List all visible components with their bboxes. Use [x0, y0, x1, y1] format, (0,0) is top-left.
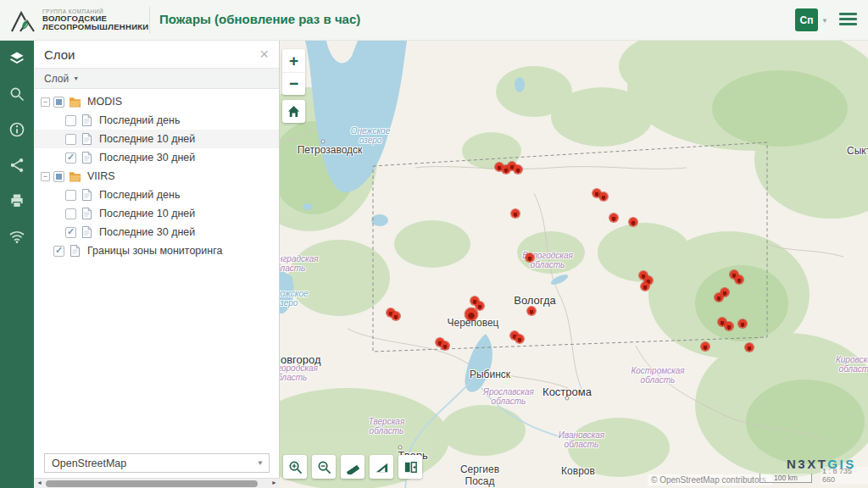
- collapse-toggle-icon[interactable]: −: [41, 172, 50, 181]
- map-canvas[interactable]: ПетрозаводскСыктывкарВологдаЧереповецНов…: [280, 41, 868, 488]
- measure-distance-button[interactable]: [341, 455, 364, 479]
- layer-group-row[interactable]: −MODIS: [34, 92, 279, 111]
- layer-doc-icon: [81, 226, 94, 238]
- scroll-left-icon[interactable]: ◄: [36, 480, 42, 485]
- zoom-in-box-button[interactable]: [283, 455, 307, 479]
- fire-marker[interactable]: [441, 341, 449, 350]
- layer-label: Последний день: [99, 189, 180, 201]
- layer-row[interactable]: Последние 30 дней: [34, 148, 279, 167]
- swipe-compare-button[interactable]: [398, 455, 422, 479]
- user-menu-button[interactable]: Сп: [795, 8, 818, 31]
- mountain-logo-icon: [8, 6, 37, 35]
- fire-marker[interactable]: [745, 343, 754, 352]
- scroll-right-icon[interactable]: ►: [271, 480, 277, 485]
- layer-checkbox[interactable]: [53, 97, 64, 108]
- home-extent-button[interactable]: [282, 100, 305, 123]
- fire-marker[interactable]: [465, 308, 478, 321]
- fire-marker[interactable]: [511, 209, 520, 218]
- layers-panel-title: Слои: [44, 47, 259, 62]
- close-icon[interactable]: ×: [259, 47, 269, 62]
- triangle-icon: [375, 460, 389, 474]
- share-icon[interactable]: [0, 147, 34, 183]
- layer-doc-icon: [69, 245, 82, 257]
- layer-group-row[interactable]: −VIIRS: [34, 167, 279, 186]
- layer-label: VIIRS: [87, 170, 115, 182]
- layer-checkbox[interactable]: [65, 227, 76, 238]
- layer-column-header[interactable]: Слой▼: [34, 69, 279, 89]
- fire-marker[interactable]: [629, 218, 637, 226]
- city-dot: [398, 446, 403, 450]
- fire-marker[interactable]: [515, 335, 524, 343]
- layer-row[interactable]: Последний день: [34, 186, 279, 204]
- layer-checkbox[interactable]: [53, 246, 64, 257]
- fire-marker[interactable]: [725, 322, 733, 330]
- fire-marker[interactable]: [701, 342, 709, 351]
- basemap-graphics: [280, 41, 868, 488]
- magnifier-plus-icon: [288, 460, 303, 474]
- zoom-out-box-button[interactable]: [312, 455, 336, 479]
- fire-marker[interactable]: [641, 282, 649, 291]
- layer-row[interactable]: Последние 10 дней: [34, 130, 279, 148]
- layer-checkbox[interactable]: [65, 152, 76, 164]
- hamburger-menu-icon[interactable]: [839, 13, 857, 26]
- header-divider: [149, 7, 150, 34]
- city-dot: [321, 140, 326, 144]
- swipe-icon: [403, 460, 418, 474]
- zoom-out-button[interactable]: −: [282, 72, 305, 95]
- zoom-in-button[interactable]: +: [282, 49, 305, 72]
- layer-checkbox[interactable]: [65, 134, 76, 145]
- layers-panel: Слои × Слой▼ −MODISПоследний деньПоследн…: [34, 41, 280, 488]
- measure-area-button[interactable]: [370, 455, 393, 479]
- osm-attribution[interactable]: © OpenStreetMap contributors.: [648, 474, 772, 485]
- fire-marker[interactable]: [609, 214, 618, 222]
- layer-doc-icon: [81, 114, 94, 126]
- fire-marker[interactable]: [599, 192, 608, 201]
- tool-rail: [0, 41, 34, 488]
- layers-icon[interactable]: [0, 41, 34, 76]
- layer-row[interactable]: Границы зоны мониторинга: [34, 241, 279, 260]
- fire-marker[interactable]: [721, 288, 729, 297]
- magnifier-minus-icon: [317, 460, 331, 474]
- nextgis-logo: N3XTGIS: [787, 457, 856, 471]
- fire-marker[interactable]: [526, 253, 534, 262]
- fire-marker[interactable]: [527, 307, 536, 315]
- layer-doc-icon: [81, 133, 94, 145]
- fire-marker[interactable]: [392, 312, 400, 320]
- ruler-icon: [346, 460, 360, 474]
- chevron-down-icon[interactable]: ▼: [821, 17, 828, 25]
- search-icon[interactable]: [0, 76, 34, 112]
- layer-doc-icon: [81, 208, 94, 219]
- layer-checkbox[interactable]: [53, 171, 64, 182]
- layer-checkbox[interactable]: [65, 115, 76, 126]
- home-icon: [287, 105, 300, 118]
- layer-row[interactable]: Последние 30 дней: [34, 223, 279, 241]
- layer-label: Последние 30 дней: [99, 152, 195, 164]
- collapse-toggle-icon[interactable]: −: [41, 97, 50, 107]
- layer-row[interactable]: Последний день: [34, 111, 279, 130]
- city-dot: [565, 396, 570, 401]
- layer-label: Границы зоны мониторинга: [87, 245, 222, 257]
- wifi-icon[interactable]: [0, 219, 34, 254]
- fire-marker[interactable]: [735, 275, 743, 284]
- folder-icon: [69, 170, 82, 182]
- layer-label: Последние 30 дней: [99, 226, 195, 238]
- folder-icon: [69, 96, 82, 108]
- layer-label: Последний день: [99, 114, 180, 126]
- horizontal-scrollbar[interactable]: ◄ ►: [34, 478, 280, 488]
- layer-label: Последние 10 дней: [99, 208, 195, 219]
- layer-checkbox[interactable]: [65, 190, 76, 201]
- layer-doc-icon: [81, 152, 94, 164]
- info-icon[interactable]: [0, 112, 34, 147]
- fire-marker[interactable]: [476, 302, 484, 310]
- basemap-select[interactable]: OpenStreetMap ▼: [44, 453, 270, 473]
- fire-marker[interactable]: [738, 319, 747, 328]
- page-title: Пожары (обновление раз в час): [159, 12, 360, 26]
- fire-marker[interactable]: [514, 165, 522, 174]
- company-logo: ГРУППА КОМПАНИЙ ВОЛОГОДСКИЕ ЛЕСОПРОМЫШЛЕ…: [8, 3, 146, 37]
- layer-label: Последние 10 дней: [99, 133, 195, 145]
- layer-checkbox[interactable]: [65, 208, 76, 219]
- scrollbar-thumb[interactable]: [46, 480, 258, 487]
- layer-row[interactable]: Последние 10 дней: [34, 204, 279, 223]
- print-icon[interactable]: [0, 183, 34, 219]
- logo-line3: ЛЕСОПРОМЫШЛЕННИКИ: [42, 23, 148, 31]
